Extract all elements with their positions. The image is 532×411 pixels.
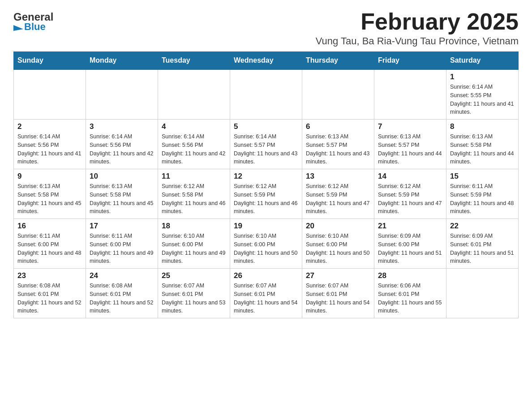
- calendar-cell-w2-d3: 4Sunrise: 6:14 AMSunset: 5:56 PMDaylight…: [158, 120, 230, 169]
- calendar-cell-w5-d1: 23Sunrise: 6:08 AMSunset: 6:01 PMDayligh…: [14, 269, 86, 318]
- calendar-cell-w3-d5: 13Sunrise: 6:12 AMSunset: 5:59 PMDayligh…: [302, 169, 374, 219]
- day-info: Sunrise: 6:11 AMSunset: 6:00 PMDaylight:…: [17, 232, 82, 265]
- day-number: 7: [378, 122, 442, 131]
- calendar-cell-w1-d2: [86, 69, 158, 120]
- calendar-cell-w5-d4: 26Sunrise: 6:07 AMSunset: 6:01 PMDayligh…: [230, 269, 302, 318]
- day-number: 27: [306, 271, 370, 280]
- day-number: 9: [17, 172, 82, 181]
- day-number: 18: [162, 222, 226, 231]
- calendar-cell-w5-d5: 27Sunrise: 6:07 AMSunset: 6:01 PMDayligh…: [302, 269, 374, 318]
- day-info: Sunrise: 6:12 AMSunset: 5:59 PMDaylight:…: [306, 182, 370, 216]
- day-number: 4: [162, 122, 226, 131]
- calendar-cell-w4-d4: 19Sunrise: 6:10 AMSunset: 6:00 PMDayligh…: [230, 219, 302, 269]
- day-info: Sunrise: 6:11 AMSunset: 5:59 PMDaylight:…: [450, 182, 515, 216]
- calendar-cell-w3-d6: 14Sunrise: 6:12 AMSunset: 5:59 PMDayligh…: [374, 169, 446, 219]
- day-info: Sunrise: 6:14 AMSunset: 5:56 PMDaylight:…: [162, 133, 226, 166]
- day-number: 16: [17, 222, 82, 231]
- calendar-cell-w2-d7: 8Sunrise: 6:13 AMSunset: 5:58 PMDaylight…: [446, 120, 519, 169]
- week-row-1: 1Sunrise: 6:14 AMSunset: 5:55 PMDaylight…: [14, 69, 519, 120]
- day-info: Sunrise: 6:12 AMSunset: 5:59 PMDaylight:…: [378, 182, 442, 216]
- day-info: Sunrise: 6:14 AMSunset: 5:56 PMDaylight:…: [17, 133, 82, 166]
- day-number: 3: [90, 122, 154, 131]
- weekday-header-friday: Friday: [374, 52, 446, 70]
- logo-blue: Blue: [24, 21, 46, 33]
- calendar-cell-w4-d3: 18Sunrise: 6:10 AMSunset: 6:00 PMDayligh…: [158, 219, 230, 269]
- calendar-cell-w3-d1: 9Sunrise: 6:13 AMSunset: 5:58 PMDaylight…: [14, 169, 86, 219]
- day-info: Sunrise: 6:13 AMSunset: 5:58 PMDaylight:…: [450, 133, 515, 166]
- day-info: Sunrise: 6:07 AMSunset: 6:01 PMDaylight:…: [162, 282, 226, 315]
- day-number: 24: [90, 271, 154, 280]
- day-number: 25: [162, 271, 226, 280]
- week-row-2: 2Sunrise: 6:14 AMSunset: 5:56 PMDaylight…: [14, 120, 519, 169]
- day-number: 2: [17, 122, 82, 131]
- calendar-cell-w3-d2: 10Sunrise: 6:13 AMSunset: 5:58 PMDayligh…: [86, 169, 158, 219]
- calendar-cell-w1-d4: [230, 69, 302, 120]
- day-info: Sunrise: 6:10 AMSunset: 6:00 PMDaylight:…: [306, 232, 370, 265]
- week-row-4: 16Sunrise: 6:11 AMSunset: 6:00 PMDayligh…: [14, 219, 519, 269]
- calendar-cell-w3-d3: 11Sunrise: 6:12 AMSunset: 5:58 PMDayligh…: [158, 169, 230, 219]
- day-info: Sunrise: 6:09 AMSunset: 6:01 PMDaylight:…: [450, 232, 515, 265]
- day-info: Sunrise: 6:14 AMSunset: 5:57 PMDaylight:…: [234, 133, 298, 166]
- calendar-cell-w4-d2: 17Sunrise: 6:11 AMSunset: 6:00 PMDayligh…: [86, 219, 158, 269]
- day-number: 19: [234, 222, 298, 231]
- day-number: 21: [378, 222, 442, 231]
- day-number: 23: [17, 271, 82, 280]
- weekday-header-monday: Monday: [86, 52, 158, 70]
- day-number: 6: [306, 122, 370, 131]
- calendar-cell-w4-d1: 16Sunrise: 6:11 AMSunset: 6:00 PMDayligh…: [14, 219, 86, 269]
- day-number: 17: [90, 222, 154, 231]
- weekday-header-sunday: Sunday: [14, 52, 86, 70]
- day-number: 13: [306, 172, 370, 181]
- day-info: Sunrise: 6:14 AMSunset: 5:55 PMDaylight:…: [450, 83, 515, 116]
- month-title: February 2025: [316, 9, 519, 34]
- title-block: February 2025 Vung Tau, Ba Ria-Vung Tau …: [316, 9, 519, 47]
- calendar-cell-w5-d7: [446, 269, 519, 318]
- calendar-cell-w2-d2: 3Sunrise: 6:14 AMSunset: 5:56 PMDaylight…: [86, 120, 158, 169]
- calendar-cell-w2-d1: 2Sunrise: 6:14 AMSunset: 5:56 PMDaylight…: [14, 120, 86, 169]
- day-info: Sunrise: 6:10 AMSunset: 6:00 PMDaylight:…: [162, 232, 226, 265]
- day-info: Sunrise: 6:12 AMSunset: 5:58 PMDaylight:…: [162, 182, 226, 216]
- day-info: Sunrise: 6:13 AMSunset: 5:57 PMDaylight:…: [378, 133, 442, 166]
- day-info: Sunrise: 6:12 AMSunset: 5:59 PMDaylight:…: [234, 182, 298, 216]
- day-info: Sunrise: 6:08 AMSunset: 6:01 PMDaylight:…: [90, 282, 154, 315]
- day-number: 14: [378, 172, 442, 181]
- calendar-header-row: SundayMondayTuesdayWednesdayThursdayFrid…: [14, 52, 519, 70]
- weekday-header-wednesday: Wednesday: [230, 52, 302, 70]
- day-number: 26: [234, 271, 298, 280]
- day-number: 8: [450, 122, 515, 131]
- calendar-cell-w2-d4: 5Sunrise: 6:14 AMSunset: 5:57 PMDaylight…: [230, 120, 302, 169]
- week-row-3: 9Sunrise: 6:13 AMSunset: 5:58 PMDaylight…: [14, 169, 519, 219]
- day-info: Sunrise: 6:07 AMSunset: 6:01 PMDaylight:…: [306, 282, 370, 315]
- calendar-cell-w2-d5: 6Sunrise: 6:13 AMSunset: 5:57 PMDaylight…: [302, 120, 374, 169]
- calendar-cell-w1-d3: [158, 69, 230, 120]
- day-info: Sunrise: 6:11 AMSunset: 6:00 PMDaylight:…: [90, 232, 154, 265]
- day-number: 12: [234, 172, 298, 181]
- day-number: 11: [162, 172, 226, 181]
- day-info: Sunrise: 6:08 AMSunset: 6:01 PMDaylight:…: [17, 282, 82, 315]
- calendar-cell-w2-d6: 7Sunrise: 6:13 AMSunset: 5:57 PMDaylight…: [374, 120, 446, 169]
- week-row-5: 23Sunrise: 6:08 AMSunset: 6:01 PMDayligh…: [14, 269, 519, 318]
- calendar-cell-w4-d5: 20Sunrise: 6:10 AMSunset: 6:00 PMDayligh…: [302, 219, 374, 269]
- calendar-cell-w3-d4: 12Sunrise: 6:12 AMSunset: 5:59 PMDayligh…: [230, 169, 302, 219]
- day-info: Sunrise: 6:13 AMSunset: 5:58 PMDaylight:…: [90, 182, 154, 216]
- calendar-cell-w1-d5: [302, 69, 374, 120]
- day-number: 28: [378, 271, 442, 280]
- day-info: Sunrise: 6:06 AMSunset: 6:01 PMDaylight:…: [378, 282, 442, 315]
- day-number: 20: [306, 222, 370, 231]
- weekday-header-thursday: Thursday: [302, 52, 374, 70]
- calendar-cell-w1-d6: [374, 69, 446, 120]
- calendar-table: SundayMondayTuesdayWednesdayThursdayFrid…: [13, 51, 519, 318]
- day-info: Sunrise: 6:09 AMSunset: 6:00 PMDaylight:…: [378, 232, 442, 265]
- location-subtitle: Vung Tau, Ba Ria-Vung Tau Province, Viet…: [316, 35, 519, 47]
- calendar-cell-w4-d7: 22Sunrise: 6:09 AMSunset: 6:01 PMDayligh…: [446, 219, 519, 269]
- day-info: Sunrise: 6:13 AMSunset: 5:58 PMDaylight:…: [17, 182, 82, 216]
- calendar-cell-w4-d6: 21Sunrise: 6:09 AMSunset: 6:00 PMDayligh…: [374, 219, 446, 269]
- calendar-cell-w5-d2: 24Sunrise: 6:08 AMSunset: 6:01 PMDayligh…: [86, 269, 158, 318]
- calendar-cell-w5-d3: 25Sunrise: 6:07 AMSunset: 6:01 PMDayligh…: [158, 269, 230, 318]
- calendar-cell-w5-d6: 28Sunrise: 6:06 AMSunset: 6:01 PMDayligh…: [374, 269, 446, 318]
- day-number: 15: [450, 172, 515, 181]
- day-number: 1: [450, 73, 515, 81]
- weekday-header-tuesday: Tuesday: [158, 52, 230, 70]
- calendar-cell-w1-d1: [14, 69, 86, 120]
- calendar-cell-w1-d7: 1Sunrise: 6:14 AMSunset: 5:55 PMDaylight…: [446, 69, 519, 120]
